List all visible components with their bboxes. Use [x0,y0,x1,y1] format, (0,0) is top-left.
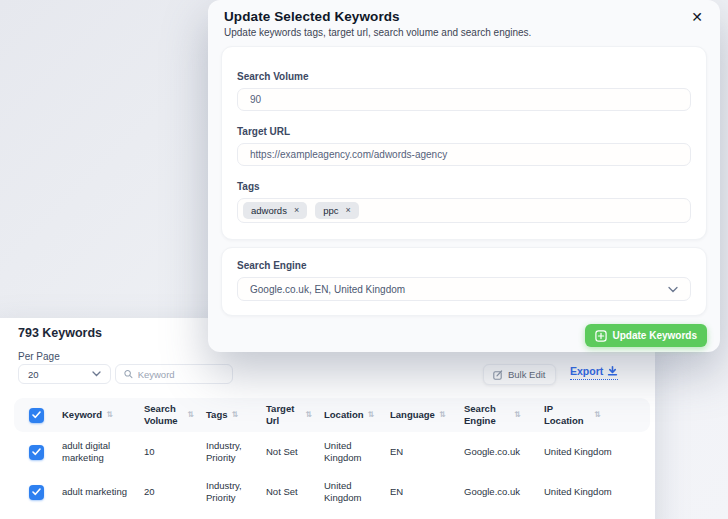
sort-icon[interactable]: ⇅ [106,411,113,419]
update-keywords-modal: Update Selected Keywords Update keywords… [208,0,720,352]
plus-square-icon [595,330,607,342]
check-icon [32,448,41,456]
sort-icon[interactable]: ⇅ [368,411,375,419]
modal-title: Update Selected Keywords [224,9,400,24]
per-page-select[interactable]: 20 [18,364,111,384]
header-target-url[interactable]: Target Url⇅ [262,398,320,432]
tag-chip: adwords × [243,202,307,219]
sort-icon[interactable]: ⇅ [439,411,446,419]
cell-search-engine: Google.co.uk [460,472,540,512]
tag-remove-icon[interactable]: × [294,206,299,215]
modal-fields-card: Search Volume Target URL Tags adwords × … [221,46,707,240]
cell-search-engine: Google.co.uk [460,432,540,472]
search-engine-label: Search Engine [237,260,691,271]
tag-remove-icon[interactable]: × [346,206,351,215]
cell-target-url: Not Set [262,432,320,472]
sort-icon[interactable]: ⇅ [231,411,238,419]
search-engine-value: Google.co.uk, EN, United Kingdom [250,284,405,295]
update-keywords-button[interactable]: Update Keywords [585,324,707,347]
search-volume-label: Search Volume [237,71,691,82]
sort-icon[interactable]: ⇅ [305,411,312,419]
tags-input[interactable]: adwords × ppc × [237,198,691,223]
search-volume-field[interactable] [237,88,691,111]
export-button[interactable]: Export [570,365,618,380]
table-header-row: Keyword⇅ Search Volume⇅ Tags⇅ Target Url… [14,398,650,432]
cell-ip-location: United Kingdom [540,472,650,512]
header-search-volume[interactable]: Search Volume⇅ [140,398,202,432]
cell-location: United Kingdom [320,432,386,472]
app-screen: 793 Keywords Per Page 20 Bulk Edit Expor… [0,0,728,519]
cell-tags: Industry, Priority [202,432,262,472]
header-search-engine[interactable]: Search Engine⇅ [460,398,540,432]
header-tags[interactable]: Tags⇅ [202,398,262,432]
search-engine-select[interactable]: Google.co.uk, EN, United Kingdom [237,277,691,301]
tags-label: Tags [237,181,691,192]
row-select-cell [14,432,58,472]
sort-icon[interactable]: ⇅ [594,411,601,419]
cell-search-volume: 20 [140,472,202,512]
select-all-cell [14,398,58,432]
keywords-table: Keyword⇅ Search Volume⇅ Tags⇅ Target Url… [14,398,650,512]
check-icon [32,488,41,496]
row-select-cell [14,472,58,512]
row-checkbox[interactable] [29,445,44,460]
table-row: adult digital marketing 10 Industry, Pri… [14,432,650,472]
chevron-down-icon [92,371,101,377]
edit-icon [493,370,503,380]
header-location[interactable]: Location⇅ [320,398,386,432]
sort-icon[interactable]: ⇅ [187,411,194,419]
target-url-label: Target URL [237,126,691,137]
tag-chip: ppc × [315,202,359,219]
tag-chip-label: ppc [323,205,338,216]
export-download-icon [607,366,618,376]
tag-chip-label: adwords [251,205,287,216]
export-label: Export [570,365,603,377]
table-row: adult marketing 20 Industry, Priority No… [14,472,650,512]
target-url-field[interactable] [237,143,691,166]
cell-search-volume: 10 [140,432,202,472]
check-icon [32,411,41,419]
cell-keyword: adult digital marketing [58,432,140,472]
cell-target-url: Not Set [262,472,320,512]
bulk-edit-button[interactable]: Bulk Edit [483,364,556,385]
per-page-value: 20 [28,369,39,380]
cell-language: EN [386,432,460,472]
row-checkbox[interactable] [29,485,44,500]
cell-tags: Industry, Priority [202,472,262,512]
cell-language: EN [386,472,460,512]
keyword-search-input[interactable] [138,369,224,380]
select-all-checkbox[interactable] [29,408,44,423]
cell-keyword: adult marketing [58,472,140,512]
cell-ip-location: United Kingdom [540,432,650,472]
keyword-search-box [115,364,233,384]
header-language[interactable]: Language⇅ [386,398,460,432]
update-keywords-label: Update Keywords [613,330,697,341]
search-engine-card: Search Engine Google.co.uk, EN, United K… [221,247,707,316]
header-ip-location[interactable]: IP Location⇅ [540,398,650,432]
header-keyword[interactable]: Keyword⇅ [58,398,140,432]
cell-location: United Kingdom [320,472,386,512]
bulk-edit-label: Bulk Edit [508,369,546,380]
search-icon [124,369,133,379]
modal-subtitle: Update keywords tags, target url, search… [224,27,531,38]
per-page-label: Per Page [18,351,60,362]
chevron-down-icon [668,286,678,293]
sort-icon[interactable]: ⇅ [514,411,521,419]
keywords-count-heading: 793 Keywords [18,326,102,340]
close-icon[interactable]: ✕ [691,10,703,24]
